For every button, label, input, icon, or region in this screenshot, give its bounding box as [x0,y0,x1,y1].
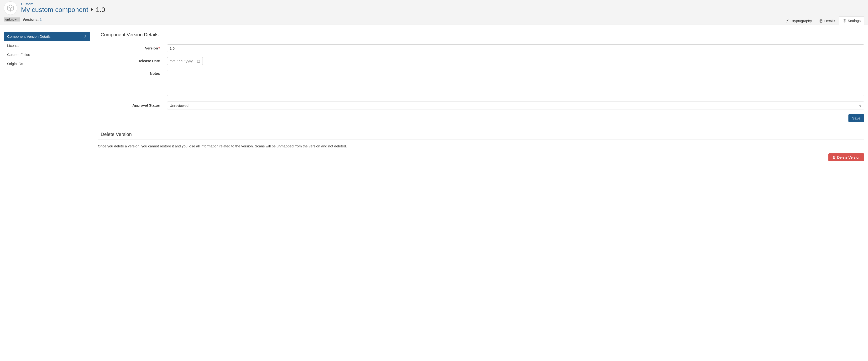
chevron-right-icon [85,34,86,38]
tab-label: Settings [848,19,861,23]
versions-label: Versions: [23,18,39,22]
approval-status-label: Approval Status [98,102,167,107]
sidebar-item-license[interactable]: License [4,41,90,50]
notes-label: Notes [98,70,167,76]
package-icon [7,4,14,12]
calendar-icon [197,59,200,63]
release-date-input[interactable]: mm / dd / yyyy [167,57,203,65]
tab-label: Cryptography [790,19,812,23]
notes-textarea[interactable] [167,70,864,96]
sidebar-item-component-version-details[interactable]: Component Version Details [4,32,90,41]
delete-warning-text: Once you delete a version, you cannot re… [98,144,864,148]
sidebar-item-label: License [7,44,20,48]
versions-count-link[interactable]: 1 [40,18,42,22]
approval-status-select[interactable]: Unreviewed [167,102,864,109]
delete-version-button[interactable]: Delete Version [828,154,864,161]
sidebar-item-custom-fields[interactable]: Custom Fields [4,50,90,59]
tabs: Cryptography Details Settings [782,16,864,25]
status-badge: unknown [4,18,20,22]
sidebar: Component Version Details License Custom… [4,32,90,161]
title-version: 1.0 [96,6,105,13]
key-icon [785,19,789,23]
delete-button-label: Delete Version [837,155,860,159]
page-header: Custom My custom component 1.0 unknown V… [0,0,868,25]
tab-details[interactable]: Details [815,17,839,25]
sidebar-item-label: Component Version Details [7,34,51,38]
page-title[interactable]: My custom component [21,6,88,13]
delete-section-title: Delete Version [98,132,864,140]
sidebar-item-label: Origin IDs [7,62,23,66]
svg-rect-3 [197,60,200,62]
approval-status-value: Unreviewed [169,104,188,108]
version-label: Version* [98,45,167,50]
required-asterisk: * [158,46,160,50]
document-icon [819,19,823,23]
date-placeholder: mm / dd / yyyy [169,59,193,63]
gear-icon [842,19,846,23]
svg-point-0 [786,21,787,22]
section-title: Component Version Details [98,32,864,40]
sidebar-item-origin-ids[interactable]: Origin IDs [4,59,90,68]
version-input[interactable] [167,45,864,52]
tab-settings[interactable]: Settings [839,17,864,25]
save-button[interactable]: Save [848,114,864,122]
content: Component Version Details Version* Relea… [98,32,864,161]
svg-point-2 [844,20,845,21]
sidebar-item-label: Custom Fields [7,53,30,57]
trash-icon [832,156,836,159]
title-caret-icon [91,8,94,12]
release-date-label: Release Date [98,57,167,63]
component-icon [4,1,17,15]
tab-cryptography[interactable]: Cryptography [782,17,815,25]
breadcrumb[interactable]: Custom [21,2,33,6]
tab-label: Details [824,19,835,23]
